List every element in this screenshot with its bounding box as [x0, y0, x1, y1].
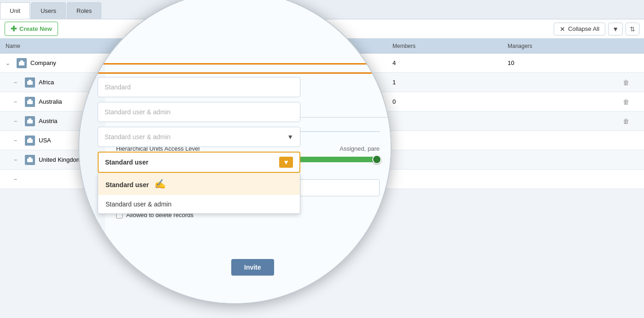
unit-name: United Kingdom: [39, 156, 82, 163]
col-header-managers: Managers: [502, 43, 617, 49]
collapse-all-label: Collapse All: [568, 25, 599, 32]
invite-button[interactable]: Invite: [231, 259, 274, 276]
expand-icon[interactable]: ⌄: [6, 60, 13, 66]
expand-icon[interactable]: −: [14, 99, 21, 105]
svg-point-11: [31, 102, 32, 103]
table-row: − Australia 0 🗑: [0, 92, 644, 112]
delete-icon[interactable]: 🗑: [623, 118, 629, 125]
table-header: Name Members Managers: [0, 39, 644, 53]
svg-point-7: [31, 82, 32, 84]
toolbar-right: ✕ Collapse All ▼ ⇅: [554, 23, 639, 35]
top-tab-bar: Unit Users Roles: [0, 0, 644, 19]
unit-icon: [25, 97, 35, 107]
unit-name: USA: [39, 137, 51, 144]
toolbar: ✚ Create New ✕ Collapse All ▼ ⇅: [0, 19, 644, 39]
checkbox-private-records: Allowed to own private records: [116, 201, 380, 208]
delete-icon[interactable]: 🗑: [623, 79, 629, 86]
svg-rect-8: [27, 100, 33, 104]
unit-icon: [25, 155, 35, 165]
svg-point-2: [20, 63, 21, 65]
tab-unit[interactable]: Unit: [0, 2, 30, 19]
dropdown-option-standard-admin[interactable]: Standard user & admin: [98, 195, 300, 213]
unit-icon: [25, 135, 35, 146]
svg-rect-20: [27, 159, 33, 162]
svg-point-15: [31, 121, 32, 123]
expand-icon[interactable]: −: [14, 176, 21, 183]
tab-unit-label: Unit: [10, 7, 20, 14]
unit-name: Australia: [39, 98, 62, 105]
cell-name: − Africa: [0, 77, 387, 88]
table-row: − United Kingdom: [0, 150, 644, 170]
sort-button[interactable]: ⇅: [626, 23, 639, 35]
expand-icon[interactable]: −: [14, 79, 21, 86]
tab-roles-label: Roles: [76, 7, 92, 14]
delete-icon[interactable]: 🗑: [623, 98, 629, 106]
svg-rect-16: [27, 139, 33, 143]
unit-icon: [17, 58, 27, 68]
col-header-name: Name: [0, 43, 387, 49]
tab-users[interactable]: Users: [31, 2, 66, 19]
tab-roles[interactable]: Roles: [67, 2, 101, 19]
checkbox-private-records-label: Allowed to own private records: [126, 201, 208, 208]
svg-rect-0: [19, 62, 24, 65]
unit-icon: [25, 77, 35, 88]
cell-name: − USA: [0, 135, 387, 146]
cell-members: 4: [387, 59, 502, 66]
cell-actions: 🗑: [617, 98, 644, 106]
svg-point-3: [23, 63, 24, 65]
svg-rect-5: [29, 80, 31, 82]
table-row: − USA: [0, 131, 644, 150]
cell-members: 0: [387, 98, 502, 105]
svg-rect-17: [29, 138, 31, 140]
table-row: − Africa 1 🗑: [0, 73, 644, 92]
svg-point-14: [28, 121, 29, 123]
expand-icon[interactable]: −: [14, 157, 21, 163]
unit-name: Austria: [39, 118, 57, 124]
cell-name: −: [0, 176, 387, 183]
create-new-button[interactable]: ✚ Create New: [5, 22, 58, 36]
unit-name: Company: [30, 59, 56, 66]
filter-icon: ▼: [612, 25, 619, 33]
cell-actions: 🗑: [617, 118, 644, 125]
toolbar-left: ✚ Create New: [5, 22, 58, 36]
sort-icon: ⇅: [630, 25, 635, 33]
checkbox-delete-records-label: Allowed to delete records: [126, 212, 193, 218]
unit-name: Africa: [39, 79, 54, 86]
svg-rect-13: [29, 118, 31, 120]
svg-rect-9: [29, 99, 31, 101]
svg-rect-21: [29, 157, 31, 159]
cell-name: − Australia: [0, 97, 387, 107]
collapse-all-button[interactable]: ✕ Collapse All: [554, 23, 605, 35]
checkbox-private-records-input[interactable]: [116, 201, 123, 208]
unit-icon: [25, 116, 35, 126]
checkbox-delete-records: Allowed to delete records: [116, 212, 380, 218]
collapse-all-icon: ✕: [560, 25, 565, 33]
cell-managers: 10: [502, 59, 617, 66]
cell-actions: 🗑: [617, 79, 644, 86]
create-new-label: Create New: [19, 25, 52, 32]
col-header-members: Members: [387, 43, 502, 49]
cell-name: − Austria: [0, 116, 387, 126]
table-row: ⌄ Company 4 10: [0, 53, 644, 73]
svg-point-6: [28, 82, 29, 84]
svg-point-22: [28, 160, 29, 161]
svg-point-19: [31, 141, 32, 142]
svg-point-23: [31, 160, 32, 161]
cell-name: ⌄ Company: [0, 58, 387, 68]
checkbox-delete-records-input[interactable]: [116, 212, 123, 218]
expand-icon[interactable]: −: [14, 118, 21, 124]
cell-name: − United Kingdom: [0, 155, 387, 165]
svg-point-10: [28, 102, 29, 103]
table-row: − Austria 🗑: [0, 112, 644, 131]
svg-rect-4: [27, 81, 33, 85]
svg-rect-1: [20, 60, 23, 62]
filter-button[interactable]: ▼: [608, 23, 623, 35]
table-row: −: [0, 170, 644, 189]
unit-table: ⌄ Company 4 10 − Africa 1 🗑 − Austra: [0, 53, 644, 189]
tab-users-label: Users: [41, 7, 56, 14]
svg-point-18: [28, 141, 29, 142]
svg-rect-12: [27, 120, 33, 124]
cell-members: 1: [387, 79, 502, 86]
plus-icon: ✚: [11, 24, 17, 33]
expand-icon[interactable]: −: [14, 137, 21, 144]
